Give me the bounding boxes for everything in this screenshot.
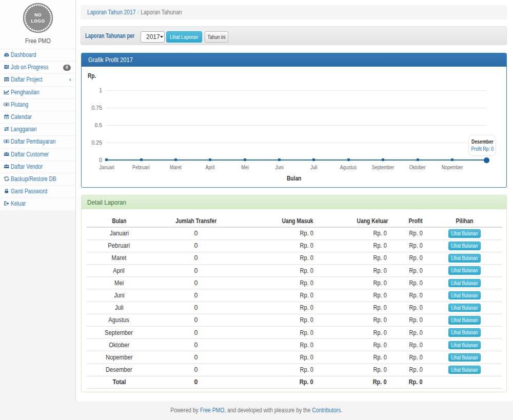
svg-text:LOGO: LOGO — [31, 18, 45, 24]
svg-text:NO: NO — [34, 12, 42, 17]
